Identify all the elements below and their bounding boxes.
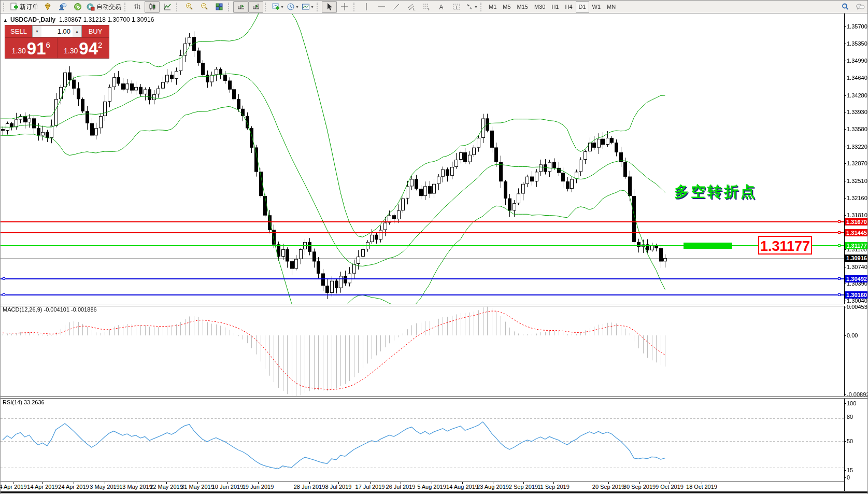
timeframe-button-m1[interactable]: M1	[486, 1, 500, 13]
toolbar-grip	[228, 3, 231, 11]
volume-input[interactable]	[41, 26, 73, 37]
chevron-down-icon	[311, 5, 313, 9]
timeframe-button-h4[interactable]: H4	[562, 1, 575, 13]
chart-shift-button[interactable]	[248, 1, 263, 13]
date-axis-label: 19 Jun 2019	[243, 484, 274, 490]
svg-text:T: T	[455, 5, 458, 10]
chart-symbol-period: USDCAD-,Daily	[10, 16, 55, 23]
volume-increase-button[interactable]	[73, 26, 81, 37]
level-line[interactable]	[1, 232, 844, 233]
cursor-button[interactable]	[322, 1, 337, 13]
chart-ohlc-values: 1.30867 1.31218 1.30700 1.30916	[59, 16, 154, 23]
autotrading-label: 自动交易	[96, 3, 121, 11]
arrows-button[interactable]	[464, 1, 479, 13]
volume-stepper	[32, 25, 82, 37]
indicator-axis-tick	[844, 403, 846, 404]
chat-icon	[856, 3, 865, 11]
periods-button[interactable]	[285, 1, 300, 13]
level-line[interactable]	[1, 221, 844, 222]
main-chart-canvas[interactable]	[1, 13, 844, 304]
buy-price[interactable]: 1.30942	[57, 38, 109, 58]
autotrading-button[interactable]: 自动交易	[85, 1, 123, 13]
rsi-canvas[interactable]	[1, 398, 844, 482]
date-axis-label: 17 Jul 2019	[355, 484, 385, 490]
timeframe-button-h1[interactable]: H1	[548, 1, 562, 13]
timeframe-button-m30[interactable]: M30	[531, 1, 548, 13]
new-chart-button[interactable]	[270, 1, 285, 13]
price-axis-tick	[844, 267, 846, 267]
chat-button[interactable]	[852, 1, 867, 13]
line-handle[interactable]	[838, 293, 841, 296]
window-bottom-edge	[1, 491, 868, 493]
vertical-line-button[interactable]	[359, 1, 374, 13]
zoom-in-button[interactable]	[181, 1, 196, 13]
community-button[interactable]	[55, 1, 70, 13]
market-button[interactable]	[40, 1, 55, 13]
price-axis-label: 1.33220	[847, 144, 868, 150]
toolbar-grip	[3, 3, 6, 11]
buy-button[interactable]: BUY	[82, 25, 109, 37]
price-axis-tick	[844, 112, 846, 112]
timeframe-button-m15[interactable]: M15	[514, 1, 531, 13]
level-line[interactable]	[1, 294, 844, 295]
text-button[interactable]: A	[434, 1, 449, 13]
macd-splitter[interactable]	[1, 304, 868, 306]
svg-text:A: A	[439, 4, 443, 11]
price-axis-label: 1.34640	[847, 75, 868, 81]
new-order-button[interactable]: 新订单	[8, 1, 40, 13]
zoom-out-button[interactable]	[196, 1, 211, 13]
tile-windows-button[interactable]	[211, 1, 226, 13]
level-price-label: 1.31670	[845, 218, 868, 225]
date-axis-label: 9 Oct 2019	[656, 484, 684, 490]
auto-scroll-button[interactable]	[233, 1, 248, 13]
search-button[interactable]	[837, 1, 852, 13]
sell-button[interactable]: SELL	[5, 25, 32, 37]
level-price-label: 1.31177	[845, 242, 868, 249]
equidistant-channel-button[interactable]: E	[404, 1, 419, 13]
zoom-in-icon	[185, 3, 193, 11]
line-handle[interactable]	[3, 293, 5, 296]
price-axis-tick	[844, 301, 846, 301]
candlestick-chart-button[interactable]	[145, 1, 160, 13]
line-handle[interactable]	[838, 231, 841, 234]
price-axis-label: 1.34990	[847, 58, 868, 64]
timeframe-button-w1[interactable]: W1	[589, 1, 604, 13]
chart-title: USDCAD-,Daily 1.30867 1.31218 1.30700 1.…	[3, 16, 154, 23]
signals-button[interactable]	[70, 1, 85, 13]
community-icon	[59, 3, 67, 11]
bars-chart-button[interactable]	[130, 1, 145, 13]
timeframe-button-m5[interactable]: M5	[500, 1, 514, 13]
cursor-icon	[325, 3, 334, 11]
chevron-down-icon	[475, 5, 477, 9]
volume-decrease-button[interactable]	[33, 26, 41, 37]
line-handle[interactable]	[838, 277, 841, 280]
level-line[interactable]	[1, 278, 844, 279]
timeframe-button-d1[interactable]: D1	[576, 1, 589, 13]
autotrading-icon	[87, 3, 95, 11]
templates-button[interactable]	[300, 1, 315, 13]
indicator-axis-tick	[844, 394, 846, 395]
trendline-button[interactable]	[389, 1, 404, 13]
text-label-button[interactable]: T	[449, 1, 464, 13]
sell-price[interactable]: 1.30916	[5, 38, 57, 58]
line-handle[interactable]	[838, 220, 841, 223]
arrows-icon	[465, 3, 474, 11]
macd-canvas[interactable]	[1, 305, 844, 396]
toolbar-grip	[353, 3, 356, 11]
line-chart-button[interactable]	[160, 1, 175, 13]
fibonacci-button[interactable]: F	[419, 1, 434, 13]
horizontal-line-button[interactable]	[374, 1, 389, 13]
trendline-icon	[392, 3, 401, 11]
crosshair-button[interactable]	[337, 1, 352, 13]
collapse-trade-panel-icon[interactable]	[3, 16, 10, 23]
text-icon: A	[437, 3, 446, 11]
timeframe-button-mn[interactable]: MN	[604, 1, 619, 13]
toolbar-grip	[480, 3, 483, 11]
line-handle[interactable]	[3, 277, 5, 280]
line-handle[interactable]	[838, 244, 841, 247]
price-axis-label: 1.35350	[847, 40, 868, 47]
rsi-splitter[interactable]	[1, 396, 868, 399]
price-axis-label: 1.31810	[847, 212, 868, 218]
price-tag-box[interactable]: 1.31177	[758, 236, 812, 255]
date-axis-label: 13 May 2019	[119, 484, 152, 490]
